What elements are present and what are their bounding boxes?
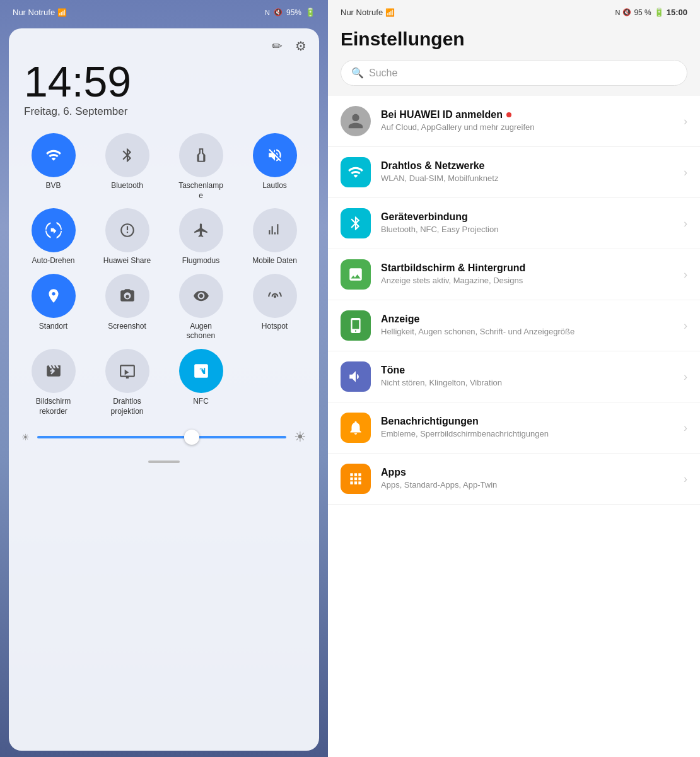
settings-item-apps[interactable]: Apps Apps, Standard-Apps, App-Twin ›	[328, 454, 700, 505]
left-battery-icon: 🔋	[305, 8, 315, 17]
settings-item-drahtlos[interactable]: Drahtlos & Netzwerke WLAN, Dual-SIM, Mob…	[328, 147, 700, 198]
toggle-taschenlampe[interactable]: Taschenlampe	[166, 133, 235, 201]
time-display: 14:59 Freitag, 6. September	[9, 54, 319, 120]
huawei-id-icon	[341, 106, 371, 136]
toggle-bildschirm[interactable]: Bildschirmrekorder	[19, 349, 88, 416]
edit-icon[interactable]: ✏	[272, 38, 283, 54]
toggle-circle-taschenlampe	[179, 133, 223, 177]
anzeige-sub: Helligkeit, Augen schonen, Schrift- und …	[381, 326, 674, 337]
toggle-label-augenschonen: Augenschonen	[187, 322, 215, 341]
toggle-standort[interactable]: Standort	[19, 274, 88, 341]
toggle-bvb[interactable]: BVB	[19, 133, 88, 201]
right-status-right: N 🔇 95 % 🔋 15:00	[615, 8, 687, 17]
toene-sub: Nicht stören, Klingelton, Vibration	[381, 377, 674, 389]
benach-icon	[341, 413, 371, 443]
toggle-label-autodrehen: Auto-Drehen	[32, 256, 74, 266]
toggle-circle-nfc	[179, 349, 223, 393]
chevron-icon: ›	[684, 166, 687, 179]
toggle-label-bvb: BVB	[45, 181, 61, 191]
left-status-right: N 🔇 95% 🔋	[265, 8, 315, 17]
settings-item-anzeige[interactable]: Anzeige Helligkeit, Augen schonen, Schri…	[328, 300, 700, 351]
search-bar[interactable]: 🔍 Suche	[341, 60, 687, 86]
toggle-circle-standort	[32, 274, 76, 318]
search-icon: 🔍	[351, 67, 364, 79]
right-mute-icon: 🔇	[622, 8, 631, 16]
chevron-icon: ›	[684, 268, 687, 281]
drahtlos-text: Drahtlos & Netzwerke WLAN, Dual-SIM, Mob…	[381, 160, 674, 184]
toggle-drahtlos[interactable]: Drahtlosprojektion	[93, 349, 161, 416]
right-panel: Nur Notrufe 📶 N 🔇 95 % 🔋 15:00 Einstellu…	[328, 0, 700, 757]
right-status-left: Nur Notrufe 📶	[341, 8, 395, 17]
toggle-hotspot[interactable]: Hotspot	[240, 274, 309, 341]
toggle-circle-hotspot	[253, 274, 297, 318]
right-battery-pct: 95 %	[634, 8, 651, 17]
settings-item-toene[interactable]: Töne Nicht stören, Klingelton, Vibration…	[328, 351, 700, 402]
right-time: 15:00	[667, 8, 687, 17]
toggle-mobiledaten[interactable]: Mobile Daten	[240, 208, 309, 266]
toggle-label-taschenlampe: Taschenlampe	[178, 181, 223, 201]
startbild-sub: Anzeige stets aktiv, Magazine, Designs	[381, 275, 674, 286]
right-nfc-icon: N	[615, 9, 620, 16]
settings-icon[interactable]: ⚙	[295, 38, 306, 54]
anzeige-icon	[341, 310, 371, 341]
apps-title: Apps	[381, 467, 674, 478]
toggle-label-bluetooth: Bluetooth	[111, 181, 143, 191]
huawei-id-title: Bei HUAWEI ID anmelden	[381, 109, 674, 120]
benach-title: Benachrichtigungen	[381, 416, 674, 427]
chevron-icon: ›	[684, 319, 687, 332]
toggle-autodrehen[interactable]: Auto-Drehen	[19, 208, 88, 266]
right-status-bar: Nur Notrufe 📶 N 🔇 95 % 🔋 15:00	[328, 0, 700, 22]
apps-sub: Apps, Standard-Apps, App-Twin	[381, 479, 674, 491]
settings-title: Einstellungen	[328, 22, 700, 60]
toggle-circle-screenshot	[105, 274, 149, 318]
toggle-circle-bvb	[32, 133, 76, 177]
left-status-text: Nur Notrufe	[13, 8, 55, 17]
settings-item-startbild[interactable]: Startbildschirm & Hintergrund Anzeige st…	[328, 249, 700, 300]
toggle-lautlos[interactable]: Lautlos	[240, 133, 309, 201]
toggle-circle-drahtlos	[105, 349, 149, 393]
toggle-nfc[interactable]: NFC	[166, 349, 235, 416]
left-battery-pct: 95%	[286, 8, 301, 17]
toggle-screenshot[interactable]: Screenshot	[93, 274, 161, 341]
settings-item-benach[interactable]: Benachrichtigungen Embleme, Sperrbildsch…	[328, 402, 700, 454]
toggle-label-hotspot: Hotspot	[262, 322, 288, 332]
toggle-flugmodus[interactable]: Flugmodus	[166, 208, 235, 266]
brightness-track[interactable]	[37, 436, 286, 438]
brightness-row: ☀ ☀	[9, 423, 319, 455]
quick-toggles: BVB Bluetooth Taschenlampe	[9, 120, 319, 423]
chevron-icon: ›	[684, 217, 687, 230]
geraete-text: Geräteverbindung Bluetooth, NFC, Easy Pr…	[381, 211, 674, 235]
anzeige-text: Anzeige Helligkeit, Augen schonen, Schri…	[381, 314, 674, 337]
toggle-augenschonen[interactable]: Augenschonen	[166, 274, 235, 341]
toggle-circle-lautlos	[253, 133, 297, 177]
brightness-thumb[interactable]	[184, 430, 199, 445]
drahtlos-icon	[341, 157, 371, 187]
toggle-circle-bluetooth	[105, 133, 149, 177]
startbild-title: Startbildschirm & Hintergrund	[381, 262, 674, 274]
toggle-label-huaweishare: Huawei Share	[103, 256, 151, 266]
notification-panel: ✏ ⚙ 14:59 Freitag, 6. September BVB Blue…	[9, 28, 319, 751]
search-placeholder: Suche	[369, 67, 397, 79]
drahtlos-title: Drahtlos & Netzwerke	[381, 160, 674, 172]
left-mute-icon: 🔇	[274, 8, 283, 16]
anzeige-title: Anzeige	[381, 314, 674, 325]
benach-sub: Embleme, Sperrbildschirmbenachrichtigung…	[381, 428, 674, 440]
toene-text: Töne Nicht stören, Klingelton, Vibration	[381, 365, 674, 389]
toggle-circle-bildschirm	[32, 349, 76, 393]
toggle-huaweishare[interactable]: Huawei Share	[93, 208, 161, 266]
clock-time: 14:59	[24, 60, 304, 103]
geraete-sub: Bluetooth, NFC, Easy Projection	[381, 224, 674, 235]
huawei-id-sub: Auf Cloud, AppGallery und mehr zugreifen	[381, 122, 674, 133]
toggle-bluetooth[interactable]: Bluetooth	[93, 133, 161, 201]
chevron-icon: ›	[684, 370, 687, 384]
chevron-icon: ›	[684, 472, 687, 486]
brightness-max-icon: ☀	[294, 429, 306, 445]
toggle-circle-autodrehen	[32, 208, 76, 252]
settings-item-huawei-id[interactable]: Bei HUAWEI ID anmelden Auf Cloud, AppGal…	[328, 96, 700, 147]
toggle-label-lautlos: Lautlos	[262, 181, 287, 191]
chevron-icon: ›	[684, 421, 687, 435]
settings-item-geraete[interactable]: Geräteverbindung Bluetooth, NFC, Easy Pr…	[328, 198, 700, 249]
geraete-icon	[341, 208, 371, 238]
geraete-title: Geräteverbindung	[381, 211, 674, 223]
toggle-label-drahtlos: Drahtlosprojektion	[110, 397, 143, 416]
